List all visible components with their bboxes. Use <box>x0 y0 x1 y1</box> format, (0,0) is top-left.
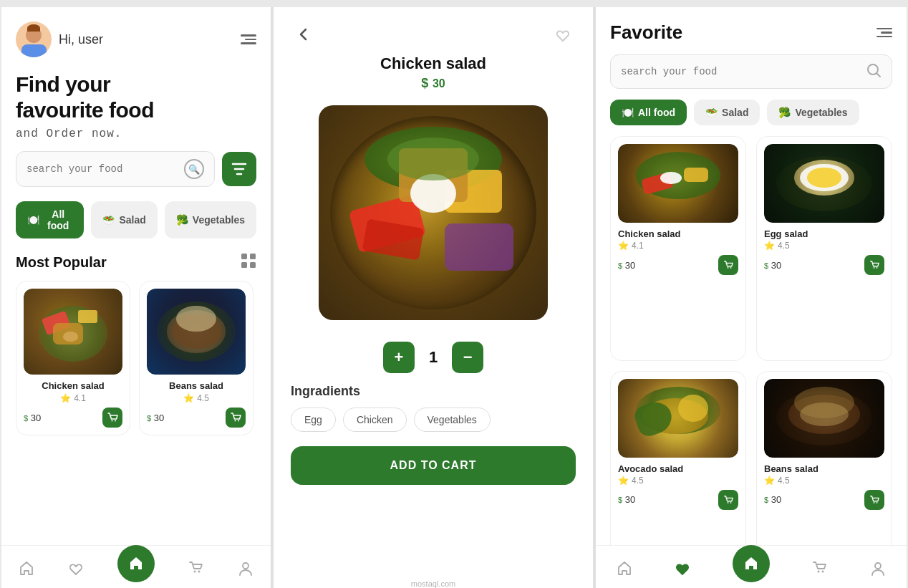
fav-card-bottom: $ 30 <box>764 490 884 510</box>
svg-point-21 <box>821 571 824 573</box>
svg-point-6 <box>235 420 236 422</box>
back-button[interactable] <box>291 21 317 47</box>
add-to-cart-button[interactable]: ADD TO CART <box>291 446 576 485</box>
search-box[interactable]: 🔍 <box>16 151 215 187</box>
quantity-increase-button[interactable]: + <box>383 342 415 373</box>
fav-food-image-avocado <box>618 379 738 458</box>
star-icon: ⭐ <box>764 241 775 251</box>
fav-add-cart-button[interactable] <box>718 255 738 275</box>
fav-card-chicken[interactable]: ♥ Chicken salad ⭐ 4.1 $ <box>610 136 746 361</box>
fav-category-salad[interactable]: 🥗 Salad <box>694 100 760 125</box>
favorites-search-input[interactable] <box>621 66 866 77</box>
svg-point-12 <box>728 267 729 269</box>
svg-point-18 <box>874 502 875 503</box>
cat-label: Salad <box>722 107 748 118</box>
star-icon: ⭐ <box>60 393 71 403</box>
favorite-button[interactable] <box>550 21 576 47</box>
card-bottom: $ 30 <box>147 408 246 428</box>
svg-rect-0 <box>241 254 247 259</box>
category-all-food[interactable]: 🍽️ All food <box>16 201 84 238</box>
cat-icon: 🥗 <box>705 107 718 118</box>
screen-detail: Chicken salad $ 30 <box>274 7 596 588</box>
fav-card-price: $ 30 <box>764 494 781 505</box>
favorites-title: Favorite <box>610 21 682 44</box>
food-card-beans[interactable]: Beans salad ⭐ 4.5 $ 30 <box>139 281 253 435</box>
fav-nav-home-button[interactable] <box>733 545 770 582</box>
cat-icon: 🥦 <box>778 107 791 118</box>
hero-section: Find your favourite food and Order now. <box>1 64 271 151</box>
bottom-nav <box>1 545 271 588</box>
nav-home-icon[interactable] <box>19 561 34 580</box>
watermark: mostaql.com <box>411 579 455 588</box>
fav-add-cart-button[interactable] <box>864 255 884 275</box>
star-icon: ⭐ <box>618 241 629 251</box>
hero-subtitle: and Order now. <box>16 127 256 140</box>
menu-icon[interactable] <box>241 34 256 44</box>
fav-add-cart-button[interactable] <box>864 490 884 510</box>
quantity-decrease-button[interactable]: − <box>452 342 483 373</box>
cat-label: Vegetables <box>193 214 245 226</box>
fav-card-rating: ⭐ 4.5 <box>764 241 884 251</box>
nav-cart-icon[interactable] <box>188 561 204 580</box>
search-row: 🔍 <box>1 151 271 198</box>
fav-category-vegetables[interactable]: 🥦 Vegetables <box>767 100 859 125</box>
svg-point-9 <box>198 571 201 573</box>
card-name: Beans salad <box>147 380 246 391</box>
search-icon <box>866 62 882 81</box>
favorites-search[interactable] <box>610 54 892 89</box>
svg-point-15 <box>876 267 878 269</box>
svg-point-14 <box>874 267 875 269</box>
fav-nav-profile-icon[interactable] <box>870 561 886 580</box>
search-icon: 🔍 <box>184 159 204 179</box>
food-image-beans <box>147 289 246 375</box>
search-input[interactable] <box>26 163 184 175</box>
detail-food-price: $ 30 <box>291 74 576 91</box>
screen-home: Hi, user Find your favourite food and Or… <box>1 7 274 588</box>
card-rating: ⭐ 4.5 <box>147 393 246 403</box>
fav-add-cart-button[interactable] <box>718 490 738 510</box>
add-to-cart-button[interactable] <box>102 408 122 428</box>
svg-point-13 <box>730 267 732 269</box>
star-icon: ⭐ <box>764 476 775 486</box>
fav-card-price: $ 30 <box>618 260 635 271</box>
svg-rect-1 <box>250 254 256 259</box>
nav-home-button[interactable] <box>117 545 155 582</box>
category-vegetables[interactable]: 🥦 Vegetables <box>165 201 256 238</box>
popular-cards: Chicken salad ⭐ 4.1 $ 30 <box>1 281 271 435</box>
grid-view-icon[interactable] <box>241 253 256 272</box>
fav-card-rating: ⭐ 4.1 <box>618 241 738 251</box>
svg-point-7 <box>238 420 239 422</box>
food-card-chicken[interactable]: Chicken salad ⭐ 4.1 $ 30 <box>16 281 130 435</box>
fav-food-image-egg <box>764 144 884 223</box>
svg-rect-3 <box>250 262 256 268</box>
fav-card-price: $ 30 <box>618 494 635 505</box>
nav-profile-icon[interactable] <box>238 561 253 580</box>
card-name: Chicken salad <box>24 380 122 391</box>
svg-point-20 <box>817 571 819 573</box>
fav-card-rating: ⭐ 4.5 <box>618 476 738 486</box>
category-salad[interactable]: 🥗 Salad <box>91 201 157 238</box>
most-popular-header: Most Popular <box>1 249 271 281</box>
cat-icon: 🍽️ <box>622 107 634 118</box>
svg-point-8 <box>194 571 196 573</box>
hero-title: Find your favourite food <box>16 72 256 123</box>
detail-food-image <box>319 105 548 320</box>
add-to-cart-button[interactable] <box>226 408 246 428</box>
cat-label: Salad <box>119 214 145 226</box>
fav-food-image-chicken <box>618 144 738 223</box>
fav-category-all-food[interactable]: 🍽️ All food <box>610 100 687 125</box>
food-image-chicken <box>24 289 122 375</box>
svg-point-19 <box>876 502 878 503</box>
svg-point-5 <box>115 420 116 422</box>
fav-card-name: Beans salad <box>764 463 884 474</box>
nav-favorites-icon[interactable] <box>68 561 84 580</box>
menu-icon[interactable] <box>876 28 892 38</box>
filter-button[interactable] <box>222 152 256 186</box>
fav-nav-favorites-icon[interactable] <box>675 561 690 580</box>
fav-nav-home-icon[interactable] <box>617 561 632 580</box>
home-header: Hi, user <box>1 7 271 64</box>
fav-card-name: Avocado salad <box>618 463 738 474</box>
detail-header <box>274 7 593 54</box>
fav-card-egg[interactable]: ♥ Egg salad ⭐ 4.5 $ <box>756 136 892 361</box>
fav-nav-cart-icon[interactable] <box>812 561 828 580</box>
